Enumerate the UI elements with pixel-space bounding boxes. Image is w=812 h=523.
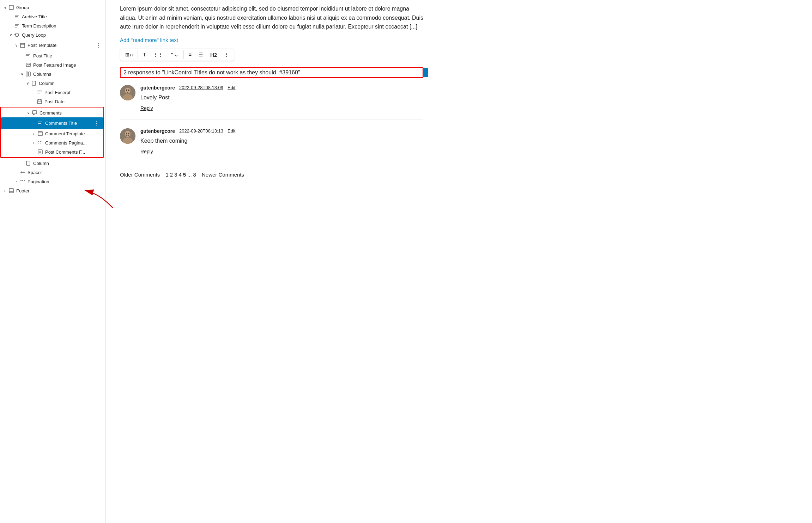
comments-title-block: 2 responses to "LinkControl Titles do no… bbox=[120, 67, 423, 78]
sidebar-item-spacer[interactable]: Spacer bbox=[0, 168, 105, 177]
sidebar-item-footer[interactable]: › Footer bbox=[0, 186, 105, 195]
query-loop-label: Query Loop bbox=[22, 32, 103, 38]
comment-template-icon bbox=[37, 131, 43, 136]
chevron-columns: ∨ bbox=[20, 72, 24, 76]
chevron-pagination: › bbox=[14, 180, 18, 184]
avatar-image-1 bbox=[120, 85, 135, 100]
sidebar-item-comment-template[interactable]: › Comment Template bbox=[1, 129, 103, 138]
block-switcher-btn[interactable]: ⊞ n bbox=[122, 50, 135, 59]
align-center-btn[interactable]: ☰ bbox=[196, 50, 206, 59]
comments-title-text: 2 responses to "LinkControl Titles do no… bbox=[123, 69, 300, 76]
sidebar-item-comments[interactable]: ∨ Comments bbox=[1, 108, 103, 117]
column-1-label: Column bbox=[39, 81, 103, 86]
sidebar-item-post-title[interactable]: Post Title bbox=[0, 51, 105, 60]
sidebar-item-post-excerpt[interactable]: Post Excerpt bbox=[0, 88, 105, 97]
svg-rect-35 bbox=[26, 161, 30, 165]
page-1[interactable]: 1 bbox=[165, 172, 168, 178]
sidebar-item-pagination[interactable]: › Pagination bbox=[0, 177, 105, 186]
block-toolbar: ⊞ n T ⋮⋮ ⌃⌄ ≡ ☰ H2 ⋮ bbox=[120, 49, 234, 61]
sidebar-item-comments-pagination[interactable]: › Comments Pagina... bbox=[1, 138, 103, 147]
comment-date-2: 2022-09-28T08:13:13 bbox=[179, 128, 223, 134]
chevron-comments: ∨ bbox=[26, 111, 30, 115]
post-title-icon bbox=[25, 53, 31, 59]
svg-rect-32 bbox=[38, 150, 42, 154]
more-options-btn[interactable]: ⋮ bbox=[221, 50, 232, 59]
svg-rect-42 bbox=[9, 189, 13, 193]
sidebar-item-column-1[interactable]: ∨ Column bbox=[0, 79, 105, 88]
arrows-icon: ⌃⌄ bbox=[170, 52, 178, 57]
blue-selection-dot bbox=[423, 68, 428, 77]
svg-rect-0 bbox=[9, 5, 13, 10]
page-2[interactable]: 2 bbox=[170, 172, 173, 178]
post-template-dots[interactable]: ⋮ bbox=[94, 41, 103, 49]
heading-btn[interactable]: H2 bbox=[207, 50, 220, 59]
svg-point-49 bbox=[126, 89, 127, 91]
spacer-icon bbox=[20, 170, 25, 175]
query-loop-icon bbox=[14, 32, 20, 38]
chevron-group: ∨ bbox=[3, 6, 7, 10]
page-5[interactable]: 5 bbox=[183, 172, 186, 178]
svg-rect-7 bbox=[20, 43, 25, 48]
post-excerpt-icon bbox=[37, 90, 42, 95]
post-comments-form-label: Post Comments F... bbox=[45, 149, 101, 155]
comment-template-label: Comment Template bbox=[45, 131, 101, 136]
columns-label: Columns bbox=[33, 72, 103, 77]
newer-comments-link[interactable]: Newer Comments bbox=[202, 172, 244, 178]
svg-point-54 bbox=[125, 131, 130, 136]
page-8[interactable]: 8 bbox=[193, 172, 196, 178]
svg-point-50 bbox=[128, 89, 129, 91]
comment-date-1: 2022-09-28T08:13:09 bbox=[179, 85, 223, 90]
column-1-icon bbox=[31, 80, 37, 86]
comment-body-2: gutenbergcore 2022-09-28T08:13:13 Edit K… bbox=[140, 128, 235, 154]
sidebar-item-post-date[interactable]: Post Date bbox=[0, 97, 105, 106]
sidebar-item-columns[interactable]: ∨ Columns bbox=[0, 69, 105, 79]
chevron-comment-template: › bbox=[32, 132, 36, 136]
sidebar-item-post-template[interactable]: ∨ Post Template ⋮ bbox=[0, 39, 105, 51]
svg-rect-12 bbox=[26, 72, 28, 76]
comments-pagination-label: Comments Pagina... bbox=[45, 140, 101, 146]
older-comments-link[interactable]: Older Comments bbox=[120, 172, 160, 178]
post-excerpt-label: Post Excerpt bbox=[44, 90, 103, 95]
columns-icon bbox=[25, 71, 31, 77]
move-btn[interactable]: ⌃⌄ bbox=[167, 50, 181, 59]
chevron-footer: › bbox=[3, 189, 7, 193]
post-date-label: Post Date bbox=[44, 99, 103, 104]
sidebar-item-query-loop[interactable]: ∨ Query Loop bbox=[0, 30, 105, 39]
page-numbers: 1 2 3 4 5 ... 8 bbox=[165, 172, 196, 178]
post-title-label: Post Title bbox=[33, 53, 103, 59]
pagination-label: Pagination bbox=[28, 179, 103, 184]
chevron-post-template: ∨ bbox=[14, 43, 18, 47]
sidebar-item-post-comments-form[interactable]: Post Comments F... bbox=[1, 147, 103, 156]
comment-edit-2[interactable]: Edit bbox=[228, 128, 235, 134]
sidebar-item-post-featured-image[interactable]: Post Featured Image bbox=[0, 60, 105, 69]
sidebar: ∨ Group Archive Title Term Description ∨… bbox=[0, 0, 106, 523]
sidebar-item-column-2[interactable]: Column bbox=[0, 159, 105, 168]
drag-icon: ⋮⋮ bbox=[153, 52, 163, 57]
avatar-image-2 bbox=[120, 128, 135, 144]
drag-btn[interactable]: ⋮⋮ bbox=[150, 50, 166, 59]
archive-title-label: Archive Title bbox=[22, 14, 103, 19]
text-format-btn[interactable]: T bbox=[140, 50, 149, 59]
comment-meta-1: gutenbergcore 2022-09-28T08:13:09 Edit bbox=[140, 85, 235, 91]
comment-reply-1[interactable]: Reply bbox=[140, 105, 153, 111]
term-description-label: Term Description bbox=[22, 23, 103, 29]
comments-pagination-icon bbox=[37, 140, 43, 146]
page-4[interactable]: 4 bbox=[178, 172, 181, 178]
comment-author-2: gutenbergcore bbox=[140, 128, 175, 134]
avatar-2 bbox=[120, 128, 135, 144]
sidebar-item-group[interactable]: ∨ Group bbox=[0, 3, 105, 12]
sidebar-item-term-description[interactable]: Term Description bbox=[0, 21, 105, 30]
align-left-btn[interactable]: ≡ bbox=[186, 50, 194, 59]
comments-label: Comments bbox=[40, 110, 101, 116]
page-3[interactable]: 3 bbox=[174, 172, 177, 178]
read-more-link[interactable]: Add "read more" link text bbox=[120, 37, 423, 43]
comment-reply-2[interactable]: Reply bbox=[140, 149, 153, 154]
comments-title-dots[interactable]: ⋮ bbox=[92, 119, 101, 127]
post-template-label: Post Template bbox=[28, 43, 94, 48]
sidebar-item-comments-title[interactable]: Comments Title ⋮ bbox=[1, 117, 103, 129]
comment-edit-1[interactable]: Edit bbox=[228, 85, 235, 90]
sidebar-item-archive-title[interactable]: Archive Title bbox=[0, 12, 105, 21]
term-description-icon bbox=[14, 23, 20, 29]
comment-text-1: Lovely Post bbox=[140, 93, 235, 102]
svg-point-48 bbox=[125, 88, 130, 93]
